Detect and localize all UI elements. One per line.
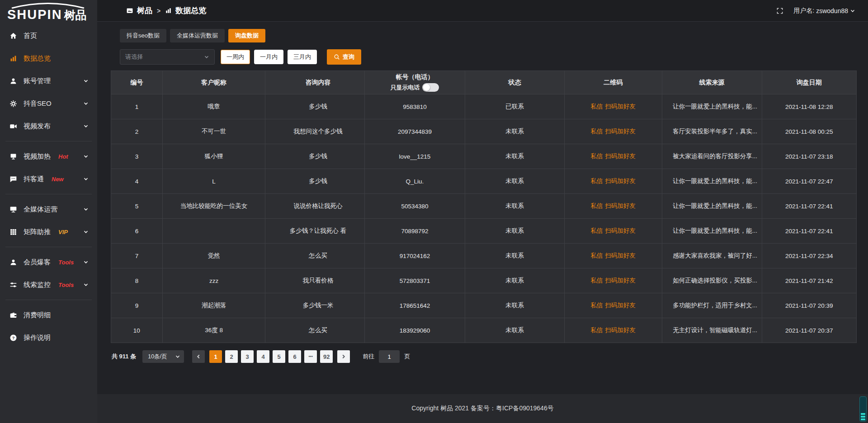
qr-link[interactable]: 扫码加好友 bbox=[605, 326, 636, 334]
page-button-3[interactable]: 3 bbox=[241, 350, 254, 363]
qr-link[interactable]: 扫码加好友 bbox=[605, 103, 636, 111]
table-row: 1036度 8怎么买183929060未联系私信扫码加好友无主灯设计，智能磁吸轨… bbox=[111, 318, 857, 343]
qr-link[interactable]: 私信 bbox=[590, 227, 603, 235]
qr-link[interactable]: 扫码加好友 bbox=[605, 202, 636, 210]
qr-link[interactable]: 扫码加好友 bbox=[605, 301, 636, 310]
qr-link[interactable]: 私信 bbox=[590, 127, 603, 136]
next-page-button[interactable] bbox=[337, 350, 350, 363]
sidebar-badge-vip: VIP bbox=[58, 229, 68, 235]
sidebar-item-matrix-boost[interactable]: 矩阵助推VIP bbox=[0, 221, 97, 243]
goto-suffix: 页 bbox=[404, 352, 410, 361]
page-button-1[interactable]: 1 bbox=[209, 350, 222, 363]
qr-link[interactable]: 扫码加好友 bbox=[605, 152, 636, 160]
cell-source[interactable]: 让你一眼就爱上的黑科技，能... bbox=[662, 219, 762, 244]
sidebar-item-label: 会员爆客 bbox=[24, 258, 51, 267]
cell-qrcode: 私信扫码加好友 bbox=[564, 119, 662, 144]
fullscreen-icon[interactable] bbox=[776, 7, 783, 14]
cell-source[interactable]: 让你一眼就爱上的黑科技，能... bbox=[662, 94, 762, 119]
page-button-2[interactable]: 2 bbox=[225, 350, 238, 363]
sidebar-item-douyin-seo[interactable]: 抖音SEO bbox=[0, 92, 97, 115]
page-button-92[interactable]: 92 bbox=[320, 350, 333, 363]
cell-source[interactable]: 多功能护栏灯，适用于乡村文... bbox=[662, 293, 762, 318]
qr-link[interactable]: 私信 bbox=[590, 177, 603, 185]
period-button-1[interactable]: 一周内 bbox=[221, 50, 250, 64]
app-root: SHUPIN树品 首页数据总览账号管理抖音SEO视频发布视频加热Hot抖客通Ne… bbox=[0, 0, 868, 423]
sidebar-item-account-management[interactable]: 账号管理 bbox=[0, 70, 97, 92]
table-row: 6多少钱？让我死心 看70898792未联系私信扫码加好友让你一眼就爱上的黑科技… bbox=[111, 219, 857, 244]
phone-only-toggle[interactable] bbox=[422, 83, 439, 92]
cell-source[interactable]: 被大家追着问的客厅投影分享... bbox=[662, 144, 762, 169]
sidebar-item-video-publish[interactable]: 视频发布 bbox=[0, 115, 97, 137]
cell-source[interactable]: 如何正确选择投影仪，买投影... bbox=[662, 268, 762, 293]
qr-link[interactable]: 扫码加好友 bbox=[605, 177, 636, 185]
period-button-2[interactable]: 一月内 bbox=[254, 50, 283, 64]
cell-status: 未联系 bbox=[465, 244, 564, 268]
breadcrumb-root-icon bbox=[126, 7, 133, 14]
query-button[interactable]: 查询 bbox=[327, 49, 361, 65]
cell-source[interactable]: 让你一眼就爱上的黑科技，能... bbox=[662, 194, 762, 219]
page-button-4[interactable]: 4 bbox=[257, 350, 269, 363]
tab-inquiry-data[interactable]: 询盘数据 bbox=[228, 29, 265, 42]
footer: Copyright 树品 2021 备案号：粤ICP备09019646号 bbox=[97, 394, 868, 423]
sidebar-item-help[interactable]: ?操作说明 bbox=[0, 326, 97, 349]
qr-link[interactable]: 私信 bbox=[590, 277, 603, 285]
filter-select[interactable]: 请选择 bbox=[120, 49, 215, 65]
cell-nickname: 狐小狸 bbox=[162, 144, 265, 169]
monitor-icon bbox=[9, 205, 18, 214]
prev-page-button[interactable] bbox=[192, 350, 205, 363]
cell-account: 572803371 bbox=[364, 268, 465, 293]
period-button-3[interactable]: 三月内 bbox=[288, 50, 317, 64]
qr-link[interactable]: 私信 bbox=[590, 152, 603, 160]
qr-link[interactable]: 私信 bbox=[590, 326, 603, 334]
breadcrumb-root[interactable]: 树品 bbox=[137, 5, 152, 16]
cell-status: 未联系 bbox=[465, 119, 564, 144]
sliders-icon bbox=[9, 281, 18, 289]
user-dropdown[interactable]: 用户名: zswodun88 bbox=[793, 7, 855, 15]
video-icon bbox=[9, 122, 18, 131]
sidebar-item-member-baoke[interactable]: 会员爆客Tools bbox=[0, 251, 97, 273]
cell-qrcode: 私信扫码加好友 bbox=[564, 194, 662, 219]
cell-status: 未联系 bbox=[465, 293, 564, 318]
cell-account: 178651642 bbox=[364, 293, 465, 318]
sidebar-item-label: 全媒体运营 bbox=[24, 205, 57, 214]
sidebar-item-consume-detail[interactable]: 消费明细 bbox=[0, 304, 97, 326]
page-button-ellipsis[interactable]: ••• bbox=[304, 350, 317, 363]
cell-account: 2097344839 bbox=[364, 119, 465, 144]
sidebar-item-video-heat[interactable]: 视频加热Hot bbox=[0, 145, 97, 168]
cell-content: 多少钱 bbox=[265, 94, 364, 119]
floating-widget[interactable] bbox=[859, 396, 867, 422]
sidebar-item-label: 抖客通 bbox=[24, 175, 44, 183]
cell-source[interactable]: 让你一眼就爱上的黑科技，能... bbox=[662, 169, 762, 194]
tab-douyin-seo-data[interactable]: 抖音seo数据 bbox=[120, 29, 166, 42]
sidebar-item-omni-media[interactable]: 全媒体运营 bbox=[0, 198, 97, 221]
goto-page-input[interactable] bbox=[379, 350, 400, 363]
qr-link[interactable]: 私信 bbox=[590, 202, 603, 210]
cell-source[interactable]: 无主灯设计，智能磁吸轨道灯... bbox=[662, 318, 762, 343]
gear-icon bbox=[9, 99, 18, 108]
qr-link[interactable]: 私信 bbox=[590, 252, 603, 260]
query-button-label: 查询 bbox=[343, 53, 354, 61]
column-header: 帐号（电话）只显示电话 bbox=[364, 71, 465, 94]
sidebar-item-clue-monitor[interactable]: 线索监控Tools bbox=[0, 273, 97, 296]
qr-link[interactable]: 扫码加好友 bbox=[605, 252, 636, 260]
qr-link[interactable]: 扫码加好友 bbox=[605, 127, 636, 136]
tab-omni-media-data[interactable]: 全媒体运营数据 bbox=[170, 29, 225, 42]
sidebar-item-home[interactable]: 首页 bbox=[0, 24, 97, 47]
sidebar-item-douketong[interactable]: 抖客通New bbox=[0, 168, 97, 190]
page-button-5[interactable]: 5 bbox=[273, 350, 285, 363]
cell-date: 2021-11-07 23:18 bbox=[762, 144, 856, 169]
table-row: 3狐小狸多少钱love__1215未联系私信扫码加好友被大家追着问的客厅投影分享… bbox=[111, 144, 857, 169]
sidebar-item-label: 线索监控 bbox=[24, 281, 51, 289]
qr-link[interactable]: 私信 bbox=[590, 301, 603, 310]
qr-link[interactable]: 私信 bbox=[590, 103, 603, 111]
qr-link[interactable]: 扫码加好友 bbox=[605, 277, 636, 285]
qr-link[interactable]: 扫码加好友 bbox=[605, 227, 636, 235]
page-button-6[interactable]: 6 bbox=[288, 350, 301, 363]
column-header: 线索来源 bbox=[662, 71, 762, 94]
cell-source[interactable]: 客厅安装投影半年多了，真实... bbox=[662, 119, 762, 144]
cell-content: 多少钱一米 bbox=[265, 293, 364, 318]
sidebar-item-data-overview[interactable]: 数据总览 bbox=[0, 47, 97, 70]
cell-date: 2021-11-07 21:42 bbox=[762, 268, 856, 293]
page-size-select[interactable]: 10条/页 bbox=[142, 350, 184, 363]
cell-source[interactable]: 感谢大家喜欢我家，被问了好... bbox=[662, 244, 762, 268]
